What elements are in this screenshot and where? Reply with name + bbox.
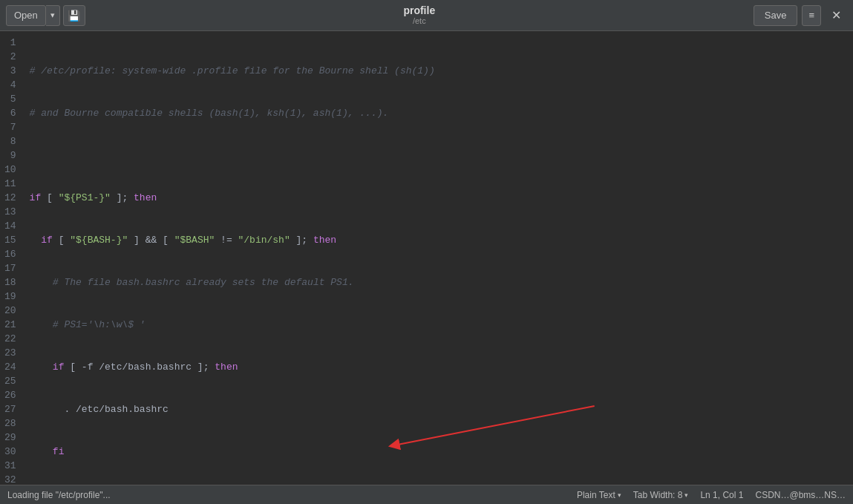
- open-dropdown-button[interactable]: ▾: [46, 5, 60, 26]
- code-line-1: # /etc/profile: system-wide .profile fil…: [30, 64, 853, 78]
- titlebar-center: profile /etc: [85, 4, 754, 27]
- titlebar: Open ▾ 💾 profile /etc Save ≡ ✕: [0, 0, 853, 31]
- code-line-3: [30, 148, 853, 163]
- line-numbers: 12345 678910 1112131415 1617181920 21222…: [0, 31, 24, 485]
- code-line-7: # PS1='\h:\w\$ ': [30, 318, 853, 332]
- position-label: Ln 1, Col 1: [700, 490, 743, 500]
- code-editor[interactable]: # /etc/profile: system-wide .profile fil…: [24, 31, 853, 485]
- language-chevron-icon: ▾: [618, 491, 621, 499]
- open-button[interactable]: Open: [6, 5, 46, 26]
- file-path: /etc: [413, 16, 426, 26]
- menu-button[interactable]: ≡: [802, 5, 821, 26]
- code-line-10: fi: [30, 445, 853, 459]
- loading-status: Loading file "/etc/profile"...: [7, 490, 111, 500]
- code-line-6: # The file bash.bashrc already sets the …: [30, 275, 853, 289]
- floppy-icon: 💾: [68, 10, 80, 22]
- encoding-info: CSDN…@bms…NS…: [755, 490, 846, 500]
- statusbar: Loading file "/etc/profile"... Plain Tex…: [0, 485, 853, 504]
- statusbar-left: Loading file "/etc/profile"...: [7, 490, 577, 500]
- tab-width-selector[interactable]: Tab Width: 8 ▾: [633, 490, 689, 500]
- language-selector[interactable]: Plain Text ▾: [577, 490, 621, 500]
- tab-width-label: Tab Width: 8: [633, 490, 683, 500]
- save-icon-button[interactable]: 💾: [63, 5, 85, 26]
- file-title: profile: [403, 4, 435, 17]
- titlebar-right-controls: Save ≡ ✕: [754, 5, 847, 26]
- close-button[interactable]: ✕: [826, 5, 847, 26]
- code-container: 12345 678910 1112131415 1617181920 21222…: [0, 31, 853, 485]
- code-line-2: # and Bourne compatible shells (bash(1),…: [30, 106, 853, 120]
- encoding-label: CSDN…@bms…NS…: [755, 490, 846, 500]
- code-line-8: if [ -f /etc/bash.bashrc ]; then: [30, 360, 853, 374]
- language-label: Plain Text: [577, 490, 615, 500]
- tab-width-chevron-icon: ▾: [684, 491, 688, 499]
- titlebar-left-controls: Open ▾ 💾: [6, 5, 85, 26]
- statusbar-right: Plain Text ▾ Tab Width: 8 ▾ Ln 1, Col 1 …: [577, 490, 846, 500]
- code-line-4: if [ "${PS1-}" ]; then: [30, 191, 853, 205]
- annotation-arrow: [24, 31, 853, 485]
- editor-area[interactable]: 12345 678910 1112131415 1617181920 21222…: [0, 31, 853, 485]
- save-button[interactable]: Save: [754, 5, 798, 26]
- cursor-position: Ln 1, Col 1: [700, 490, 743, 500]
- code-line-9: . /etc/bash.bashrc: [30, 402, 853, 416]
- code-line-5: if [ "${BASH-}" ] && [ "$BASH" != "/bin/…: [30, 233, 853, 247]
